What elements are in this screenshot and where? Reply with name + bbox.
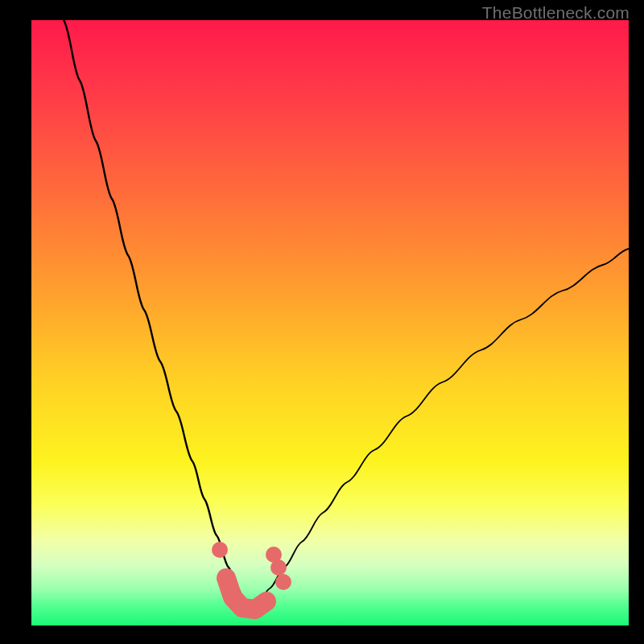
minimum-marker-trough [226,578,266,609]
chart-frame: TheBottleneck.com [0,0,644,644]
marker-dot [270,559,287,576]
chart-svg [31,20,629,625]
watermark-text: TheBottleneck.com [482,3,630,23]
marker-dot [212,542,228,558]
marker-dot [275,574,291,590]
curve-right-branch [250,249,629,611]
curve-left-branch [64,20,250,611]
plot-area [31,20,629,625]
